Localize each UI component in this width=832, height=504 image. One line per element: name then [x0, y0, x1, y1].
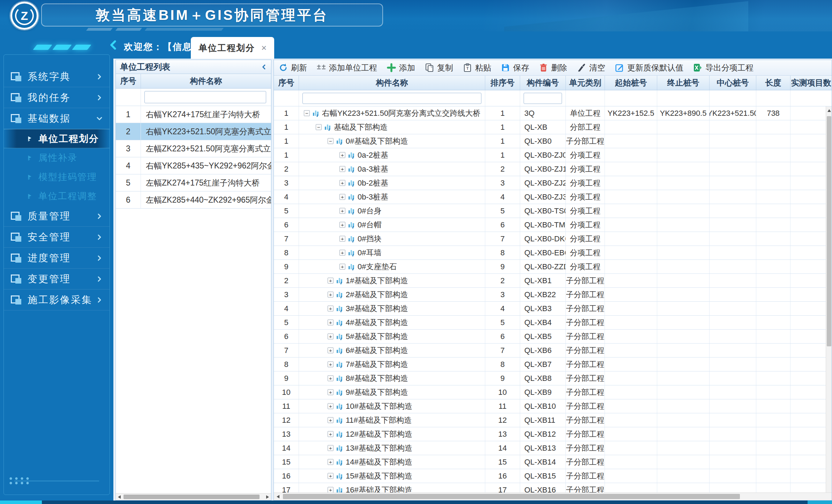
expand-toggle-icon[interactable]: +	[328, 389, 333, 395]
expand-toggle-icon[interactable]: +	[328, 417, 333, 423]
tree-row[interactable]: 2+1#基础及下部构造2QL-XB1子分部工程	[274, 274, 832, 288]
tree-row[interactable]: 11+10#基础及下部构造11QL-XB10子分部工程	[274, 399, 832, 413]
expand-toggle-icon[interactable]: +	[339, 250, 345, 256]
expand-toggle-icon[interactable]: +	[339, 264, 345, 270]
expand-toggle-icon[interactable]: +	[339, 166, 345, 172]
collapse-toggle-icon[interactable]: −	[328, 138, 333, 144]
unit-row[interactable]: 1右幅YK274+175红崖子沟特大桥	[116, 106, 271, 123]
expand-toggle-icon[interactable]: +	[328, 375, 333, 381]
tree-row[interactable]: 9+8#基础及下部构造9QL-XB8子分部工程	[274, 371, 832, 385]
unit-row[interactable]: 6左幅ZK285+440~ZK292+965阿尔金山特长隧道	[116, 191, 271, 209]
scroll-right-arrow-icon[interactable]	[266, 495, 269, 499]
tree-row[interactable]: 13+12#基础及下部构造13QL-XB12子分部工程	[274, 427, 832, 441]
tree-row[interactable]: 14+13#基础及下部构造14QL-XB13子分部工程	[274, 441, 832, 455]
sidebar-item-unit-division[interactable]: 单位工程划分	[4, 129, 110, 148]
unit-row[interactable]: 3左幅ZK223+521.50阿克塞分离式立交跨线大桥	[116, 140, 271, 157]
tree-row[interactable]: 12+11#基础及下部构造12QL-XB11子分部工程	[274, 413, 832, 427]
tree-table-vscrollbar[interactable]	[826, 106, 832, 492]
tree-row[interactable]: 5+0#台身5QL-XB0-TS0分项工程	[274, 204, 832, 218]
unit-row[interactable]: 4右幅YK285+435~YK292+962阿尔金山特长隧道	[116, 157, 271, 174]
expand-toggle-icon[interactable]: +	[328, 361, 333, 367]
scrollbar-thumb[interactable]	[283, 494, 740, 499]
clear-button[interactable]: 清空	[577, 62, 605, 73]
sidebar-item-construction-image[interactable]: 施工影像采集	[4, 289, 110, 310]
add-button[interactable]: 添加	[387, 62, 415, 73]
sidebar-item-my-tasks[interactable]: 我的任务	[4, 87, 110, 108]
expand-toggle-icon[interactable]: +	[339, 194, 345, 200]
tree-row[interactable]: 1−基础及下部构造1QL-XB分部工程	[274, 120, 832, 134]
panel-collapse-icon[interactable]	[261, 63, 267, 70]
component-name-filter-input[interactable]	[302, 93, 481, 104]
sidebar-item-safety-mgmt[interactable]: 安全管理	[4, 227, 110, 248]
expand-toggle-icon[interactable]: +	[328, 306, 333, 311]
expand-toggle-icon[interactable]: +	[339, 180, 345, 186]
tree-table-hscrollbar[interactable]	[274, 492, 832, 500]
expand-toggle-icon[interactable]: +	[328, 347, 333, 353]
scrollbar-thumb[interactable]	[827, 116, 831, 346]
expand-toggle-icon[interactable]: +	[339, 222, 345, 228]
add-unit-button[interactable]: 添加单位工程	[317, 62, 377, 73]
sidebar-item-model-code-mgmt[interactable]: 模型挂码管理	[4, 167, 110, 187]
sidebar-item-unit-adjust[interactable]: 单位工程调整	[4, 187, 110, 206]
tab-scroll-left-icon[interactable]	[108, 39, 118, 52]
expand-toggle-icon[interactable]: +	[328, 459, 333, 465]
tree-row[interactable]: 10+9#基础及下部构造10QL-XB9子分部工程	[274, 385, 832, 399]
refresh-button[interactable]: 刷新	[279, 62, 307, 73]
tree-row[interactable]: 7+0#挡块7QL-XB0-DK0分项工程	[274, 232, 832, 246]
tab-unit-division[interactable]: 单位工程划分 ×	[191, 37, 274, 59]
paste-button[interactable]: T粘贴	[463, 62, 491, 73]
tree-row[interactable]: 1−0#基础及下部构造1QL-XB0子分部工程	[274, 134, 832, 148]
expand-toggle-icon[interactable]: +	[328, 403, 333, 409]
expand-toggle-icon[interactable]: +	[328, 473, 333, 479]
scrollbar-thumb[interactable]	[123, 495, 260, 499]
sidebar-item-progress-mgmt[interactable]: 进度管理	[4, 248, 110, 269]
expand-toggle-icon[interactable]: +	[339, 208, 345, 214]
tree-row[interactable]: 7+6#基础及下部构造7QL-XB6子分部工程	[274, 344, 832, 358]
copy-button[interactable]: 复制	[425, 62, 453, 73]
unit-row[interactable]: 2右幅YK223+521.50阿克塞分离式立交跨线大桥	[116, 123, 271, 140]
tree-row[interactable]: 3+0b-2桩基3QL-XB0-ZJ2分项工程	[274, 176, 832, 190]
expand-toggle-icon[interactable]: +	[328, 333, 333, 339]
unit-row[interactable]: 5左幅ZK274+175红崖子沟特大桥	[116, 174, 271, 191]
expand-toggle-icon[interactable]: +	[328, 319, 333, 325]
tree-row[interactable]: 4+0b-3桩基4QL-XB0-ZJ3分项工程	[274, 190, 832, 204]
expand-toggle-icon[interactable]: +	[328, 292, 333, 298]
tree-row[interactable]: 8+7#基础及下部构造8QL-XB7子分部工程	[274, 358, 832, 371]
tree-row[interactable]: 2+0a-3桩基2QL-XB0-ZJ1分项工程	[274, 162, 832, 176]
expand-toggle-icon[interactable]: +	[328, 431, 333, 437]
component-code-filter-input[interactable]	[524, 93, 562, 104]
expand-toggle-icon[interactable]: +	[339, 236, 345, 242]
collapse-toggle-icon[interactable]: −	[316, 124, 322, 130]
tree-row[interactable]: 16+15#基础及下部构造16QL-XB15子分部工程	[274, 469, 832, 483]
tree-row[interactable]: 6+0#台帽6QL-XB0-TM0分项工程	[274, 218, 832, 232]
sidebar-item-change-mgmt[interactable]: 变更管理	[4, 269, 110, 289]
sidebar-item-system-dict[interactable]: 系统字典	[4, 66, 110, 87]
scroll-up-arrow-icon[interactable]	[827, 109, 831, 112]
delete-button[interactable]: 删除	[539, 62, 567, 73]
sidebar-item-quality-mgmt[interactable]: 质量管理	[4, 206, 110, 227]
unit-name-filter-input[interactable]	[144, 91, 266, 103]
expand-toggle-icon[interactable]: +	[328, 487, 333, 492]
scroll-left-arrow-icon[interactable]	[118, 495, 121, 499]
expand-toggle-icon[interactable]: +	[328, 445, 333, 451]
unit-list-hscrollbar[interactable]	[116, 493, 271, 500]
tree-row[interactable]: 4+3#基础及下部构造4QL-XB3子分部工程	[274, 302, 832, 316]
expand-toggle-icon[interactable]: +	[328, 278, 333, 284]
tree-row[interactable]: 3+2#基础及下部构造3QL-XB22子分部工程	[274, 288, 832, 302]
scroll-left-arrow-icon[interactable]	[277, 495, 279, 498]
update-default-button[interactable]: 更新质保默认值	[615, 62, 683, 73]
tree-row[interactable]: 9+0#支座垫石9QL-XB0-ZZDS0分项工程	[274, 260, 832, 274]
tree-row[interactable]: 6+5#基础及下部构造6QL-XB5子分部工程	[274, 330, 832, 344]
save-button[interactable]: 保存	[501, 62, 529, 73]
tree-row[interactable]: 1+0a-2桩基1QL-XB0-ZJ0分项工程	[274, 148, 832, 162]
export-subitem-button[interactable]: 导出分项工程	[693, 62, 754, 73]
tree-row[interactable]: 5+4#基础及下部构造5QL-XB4子分部工程	[274, 316, 832, 330]
tree-row[interactable]: 17+16#基础及下部构造17QL-XB16子分部工程	[274, 483, 832, 492]
tab-close-icon[interactable]: ×	[261, 43, 267, 52]
sidebar-item-attr-supplement[interactable]: 属性补录	[4, 148, 110, 167]
tree-row[interactable]: 8+0#耳墙8QL-XB0-EBQ0分项工程	[274, 246, 832, 260]
expand-toggle-icon[interactable]: +	[339, 152, 345, 158]
tree-row[interactable]: 15+14#基础及下部构造15QL-XB14子分部工程	[274, 455, 832, 469]
sidebar-item-basic-data[interactable]: 基础数据	[4, 108, 110, 129]
tree-row[interactable]: 1−右幅YK223+521.50阿克塞分离式立交跨线大桥13Q单位工程YK223…	[274, 106, 832, 120]
